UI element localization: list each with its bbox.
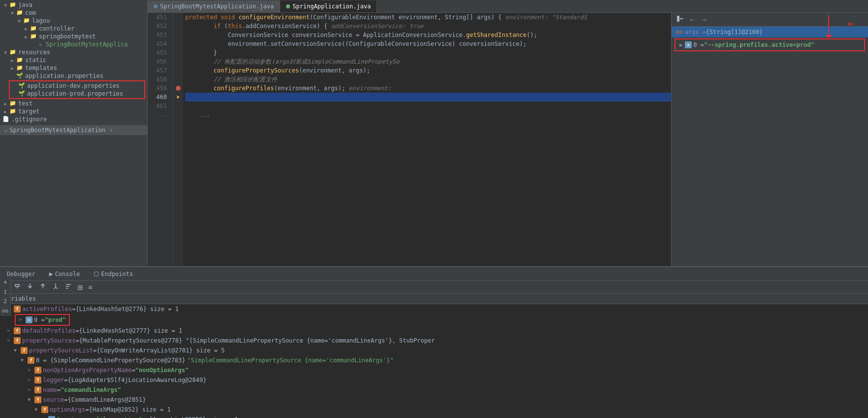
tree-item-lagou[interactable]: ▼ 📁 lagou	[0, 17, 147, 25]
btn-evaluate[interactable]	[63, 282, 74, 292]
var-expand-nonOptionArgs: >	[28, 365, 34, 375]
var-value-activeProfiles: {LinkedHashSet@2776}	[75, 304, 150, 314]
line-num-459: 459	[148, 84, 170, 93]
bottom-tree-tab[interactable]: ☕ SpringBootMytestApplication ×	[0, 125, 147, 135]
var-value-name: "commandLineArgs"	[61, 385, 121, 395]
tree-item-static[interactable]: ▶ 📁 static	[0, 56, 147, 64]
code-editor: 451 452 453 454 455 456 457 458 459 460 …	[148, 13, 671, 266]
debug-prev-btn[interactable]: ←	[687, 15, 697, 24]
tree-label-app-prod-props: application-prod.properties	[27, 90, 123, 97]
props-icon-app: 🌱	[16, 72, 24, 79]
var-expand-defaultProfiles: >	[7, 326, 14, 336]
var-name-propertySources: propertySources	[22, 336, 75, 346]
btn-settings2[interactable]: ≡	[87, 283, 94, 292]
tree-item-com[interactable]: ▼ 📁 com	[0, 9, 147, 17]
var-eq-icon-0: ≡	[26, 316, 32, 323]
var-row-logger[interactable]: > f logger = {LogAdapter$Slf4jLocationAw…	[0, 375, 868, 385]
line-num-454: 454	[148, 39, 170, 48]
bottom-tab-endpoints[interactable]: ⬡ Endpoints	[87, 268, 140, 279]
var-name-propertySourceList: propertySourceList	[29, 346, 93, 355]
var-name-nonOptionArgs: nonOptionArgsPropertyName	[43, 365, 132, 375]
tree-item-resources[interactable]: ▼ 📁 resources	[0, 48, 147, 56]
tree-item-app-dev-props[interactable]: 🌱 application-dev.properties	[11, 82, 143, 90]
fn-configureProfiles: configureProfiles	[214, 85, 274, 92]
tree-item-app-prod-props[interactable]: 🌱 application-prod.properties	[11, 90, 143, 98]
var-row-activeProfiles[interactable]: ▼ f activeProfiles = {LinkedHashSet@2776…	[0, 304, 868, 314]
bottom-tab-console[interactable]: ▶ Console	[42, 268, 87, 279]
var-row-name[interactable]: > f name = "commandLineArgs"	[0, 385, 868, 395]
var-row-optionArgs[interactable]: ▼ f optionArgs = {HashMap@2852} size = 1	[0, 405, 868, 415]
debug-next-btn[interactable]: →	[699, 15, 709, 24]
var-value-propertySourceList: {CopyOnWriteArrayList@2781}	[96, 346, 196, 355]
line-num-452: 452	[148, 22, 170, 31]
btn-step-over[interactable]	[12, 282, 23, 292]
code-line-453: ConversionService conversionService = Ap…	[185, 31, 671, 39]
var-row-propertySources[interactable]: > f propertySources = {MutablePropertySo…	[0, 336, 868, 346]
btn-run-to-cursor[interactable]	[50, 282, 61, 292]
tree-item-java[interactable]: ▼ 📁 java	[0, 1, 147, 9]
code-line-451: protected void configureEnvironment(Conf…	[185, 13, 671, 22]
tree-item-springbootmytest[interactable]: ▶ 📁 springbootmytest	[0, 33, 147, 40]
var-name-optionArgs: optionArgs	[50, 405, 85, 415]
tree-item-test[interactable]: ▶ 📁 test	[0, 100, 147, 107]
bottom-tree-tab-close[interactable]: ×	[109, 127, 113, 134]
var-f-icon-logger: f	[34, 377, 41, 383]
java-file-icon: ☕	[36, 41, 44, 48]
code-line-452: if (this.addConversionService) { addConv…	[185, 22, 671, 31]
var-row-ps0[interactable]: ▼ f 0 = {SimpleCommandLinePropertySource…	[0, 355, 868, 365]
btn-step-into[interactable]	[25, 282, 35, 292]
tree-item-templates[interactable]: ▶ 📁 templates	[0, 64, 147, 72]
tab-springbootmytestapp[interactable]: SpringBootMytestApplication.java	[148, 0, 280, 12]
var-size-defaultProfiles: size = 1	[154, 326, 182, 336]
var-row-nonOptionArgs[interactable]: > f nonOptionArgsPropertyName = "nonOpti…	[0, 365, 868, 375]
tree-label-java: java	[18, 1, 32, 8]
btn-table[interactable]: ⊞	[76, 283, 85, 292]
var-row-activeProfiles-0[interactable]: > ≡ 0 = "prod"	[17, 315, 68, 325]
code-line-458: // 激活相应的配置文件	[185, 75, 671, 84]
code-line-456: // 将配置的启动参数(args封装成SimpleCommandLineProp…	[185, 57, 671, 66]
tree-item-target[interactable]: ▶ 📁 target	[0, 107, 147, 115]
kw-protected: protected	[185, 14, 221, 21]
var-expand-logger: >	[28, 375, 34, 385]
var-eq-propertySourceList: =	[93, 346, 96, 355]
var-f-icon-defaultProfiles: f	[14, 327, 21, 334]
debug-panel: ↑ ← →	[671, 13, 868, 266]
var-size-spa: size = 1	[210, 415, 238, 418]
folder-icon-java: 📁	[9, 1, 17, 8]
var-f-icon-nonOptionArgs: f	[34, 367, 41, 374]
variables-header: Variables	[0, 294, 868, 304]
var-row-propertySourceList[interactable]: ▼ f propertySourceList = {CopyOnWriteArr…	[0, 346, 868, 355]
var-index-0: 0 =	[34, 315, 45, 325]
var-name-logger: logger	[43, 375, 64, 385]
var-row-defaultProfiles[interactable]: > f defaultProfiles = {LinkedHashSet@277…	[0, 326, 868, 336]
tree-item-springbootmytestapp[interactable]: ☕ SpringBootMytestApplica	[0, 40, 147, 48]
tree-arrow-static: ▶	[9, 58, 16, 63]
var-row-springProfilesActive[interactable]: ▼ ≡ "spring.profiles.active" -> {ArrayLi…	[0, 415, 868, 418]
tree-label-controller: controller	[39, 25, 74, 32]
tree-item-gitignore[interactable]: 📄 .gitignore	[0, 115, 147, 123]
red-arrow-svg	[814, 13, 843, 37]
code-line-454: environment.setConversionService((Config…	[185, 39, 671, 48]
tree-item-app-props[interactable]: 🌱 application.properties	[0, 72, 147, 80]
side-number-2: 2	[1, 304, 9, 306]
var-expand-propertySourceList: ▼	[14, 346, 21, 355]
tree-item-controller[interactable]: ▶ 📁 controller	[0, 25, 147, 33]
folder-icon-com: 📁	[16, 9, 24, 16]
tab-label-springbootmytestapp: SpringBootMytestApplication.java	[160, 3, 274, 10]
folder-icon-test: 📁	[9, 100, 17, 107]
line-num-460: 460	[148, 93, 170, 102]
debug-back-btn[interactable]	[675, 14, 685, 25]
code-content[interactable]: protected void configureEnvironment(Conf…	[183, 13, 671, 266]
red-arrow-debug: ↑	[844, 21, 856, 27]
debug-args-0-value: "--spring.profiles.active=prod"	[704, 39, 814, 50]
gutter-458	[173, 75, 183, 84]
line-num-461: 461	[148, 102, 170, 110]
var-row-source[interactable]: ▼ f source = {CommandLineArgs@2851}	[0, 395, 868, 405]
debug-args-0-index: 0 =	[693, 39, 704, 50]
btn-step-out[interactable]	[37, 282, 48, 292]
bottom-tree-tab-icon: ☕	[4, 127, 7, 134]
var-row-activeProfiles-0-wrapper: > ≡ 0 = "prod"	[15, 314, 868, 326]
folder-icon-static: 📁	[16, 57, 24, 64]
debug-row-args-0[interactable]: ▶ ≡ 0 = "--spring.profiles.active=prod"	[675, 39, 864, 50]
tab-springapplication[interactable]: SpringApplication.java	[280, 0, 377, 12]
